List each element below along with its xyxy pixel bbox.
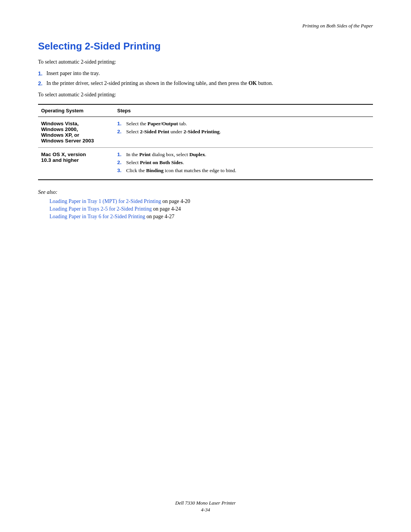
mac-step-num-3: 3. [117,168,125,173]
see-also-link-text-1: Loading Paper in Tray 1 (MPT) for 2-Side… [49,198,161,204]
list-item-2: 2. In the printer driver, select 2-sided… [38,80,373,86]
list-number-1: 1. [38,70,46,77]
mac-step-num-1: 1. [117,152,125,157]
os-cell-windows: Windows Vista,Windows 2000,Windows XP, o… [38,117,114,148]
windows-step-num-2: 2. [117,129,125,134]
see-also-section: See also: Loading Paper in Tray 1 (MPT) … [38,189,373,220]
step2-text-plain: In the printer driver, select 2-sided pr… [46,80,273,86]
os-cell-mac: Mac OS X, version10.3 and higher [38,148,114,180]
mac-step-text-2: Select Print on Both Sides. [125,160,184,166]
windows-step-num-1: 1. [117,121,125,126]
windows-step-1: 1. Select the Paper/Output tab. [117,121,368,127]
mac-step-2: 2. Select Print on Both Sides. [117,160,368,166]
list-item: Loading Paper in Tray 1 (MPT) for 2-Side… [49,198,373,204]
see-also-link-text-3: Loading Paper in Tray 6 for 2-Sided Prin… [49,214,145,219]
list-item: Loading Paper in Tray 6 for 2-Sided Prin… [49,214,373,220]
footer: Dell 7330 Mono Laser Printer 4-34 [0,500,411,513]
list-item: Loading Paper in Trays 2-5 for 2-Sided P… [49,206,373,212]
table-row: Windows Vista,Windows 2000,Windows XP, o… [38,117,373,148]
see-also-link-1[interactable]: Loading Paper in Tray 1 (MPT) for 2-Side… [49,198,161,204]
steps-list: 1. Insert paper into the tray. 2. In the… [38,70,373,86]
mac-step-text-1: In the Print dialog box, select Duplex. [125,152,206,158]
see-also-label: See also: [38,189,373,195]
mac-step-3: 3. Click the Binding icon that matches t… [117,168,368,174]
header-right: Printing on Both Sides of the Paper [38,23,373,29]
step1-text: Insert paper into the tray. [46,70,100,76]
windows-step-text-1: Select the Paper/Output tab. [125,121,187,127]
see-also-link-2[interactable]: Loading Paper in Trays 2-5 for 2-Sided P… [49,206,152,212]
see-also-links: Loading Paper in Tray 1 (MPT) for 2-Side… [38,198,373,220]
mac-step-1: 1. In the Print dialog box, select Duple… [117,152,368,158]
intro-text-1: To select automatic 2-sided printing: [38,59,373,65]
intro-text-2: To select automatic 2-sided printing: [38,92,373,98]
list-number-2: 2. [38,80,46,86]
table: Operating System Steps Windows Vista,Win… [38,104,373,180]
see-also-suffix-3: on page 4-27 [145,214,175,219]
list-content-2: In the printer driver, select 2-sided pr… [46,80,373,86]
footer-title: Dell 7330 Mono Laser Printer [0,500,411,506]
list-item-1: 1. Insert paper into the tray. [38,70,373,77]
list-content-1: Insert paper into the tray. [46,70,373,77]
mac-step-num-2: 2. [117,160,125,165]
table-header-row: Operating System Steps [38,104,373,117]
col-header-os: Operating System [38,104,114,117]
steps-cell-mac: 1. In the Print dialog box, select Duple… [114,148,373,180]
see-also-link-3[interactable]: Loading Paper in Tray 6 for 2-Sided Prin… [49,214,145,219]
mac-steps: 1. In the Print dialog box, select Duple… [117,152,368,174]
page-title: Selecting 2-Sided Printing [38,40,373,52]
table-row: Mac OS X, version10.3 and higher 1. In t… [38,148,373,180]
footer-page: 4-34 [0,507,411,513]
windows-step-2: 2. Select 2-Sided Print under 2-Sided Pr… [117,129,368,135]
mac-step-text-3: Click the Binding icon that matches the … [125,168,236,174]
page-container: Printing on Both Sides of the Paper Sele… [0,0,411,532]
steps-cell-windows: 1. Select the Paper/Output tab. 2. Selec… [114,117,373,148]
see-also-link-text-2: Loading Paper in Trays 2-5 for 2-Sided P… [49,206,152,212]
see-also-suffix-2: on page 4-24 [152,206,181,212]
col-header-steps: Steps [114,104,373,117]
see-also-suffix-1: on page 4-20 [161,198,190,204]
windows-step-text-2: Select 2-Sided Print under 2-Sided Print… [125,129,221,135]
os-steps-table: Operating System Steps Windows Vista,Win… [38,104,373,180]
header-right-text: Printing on Both Sides of the Paper [302,23,373,29]
windows-steps: 1. Select the Paper/Output tab. 2. Selec… [117,121,368,135]
